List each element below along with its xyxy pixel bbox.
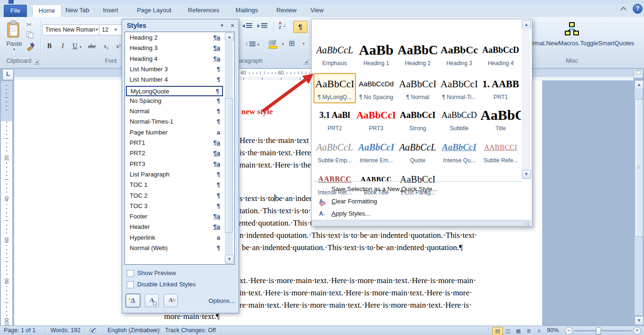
view-button-web-layout[interactable]: ▦ <box>513 327 524 335</box>
gallery-item-prt2[interactable]: 3.1 AaBlPRT2 <box>314 105 355 134</box>
gallery-item-emphasis[interactable]: AaBbCcLEmphasis <box>314 40 355 68</box>
gallery-item-normal-ti[interactable]: AaBbCcI¶ Normal-Ti... <box>439 74 479 102</box>
new-style-button[interactable]: A✦ <box>126 294 140 307</box>
gallery-item-subtle-refe[interactable]: AABBCCISubtle Refe... <box>480 137 521 166</box>
paste-button[interactable]: Paste ▾ <box>3 20 25 57</box>
zoom-out-button[interactable]: − <box>565 327 573 335</box>
clipboard-dialog-launcher[interactable] <box>34 59 39 65</box>
styles-pane-close-button[interactable]: × <box>229 22 236 29</box>
zoom-slider-track[interactable] <box>574 330 632 331</box>
zoom-level[interactable]: 90% <box>547 326 559 335</box>
styles-pane-item-header[interactable]: Header¶a <box>126 222 223 233</box>
tab-references[interactable]: References <box>182 4 225 17</box>
styles-pane-item-hyperlink[interactable]: Hyperlinka <box>126 233 223 243</box>
font-size-combo[interactable]: 12▼ <box>99 25 125 35</box>
gallery-item-heading-4[interactable]: AaBbCcDHeading 4 <box>480 40 521 68</box>
decrease-indent-button[interactable] <box>242 23 255 34</box>
italic-button[interactable]: I <box>58 42 68 51</box>
tab-mailings[interactable]: Mailings <box>230 4 264 17</box>
borders-button[interactable]: ⊞▾ <box>289 39 305 50</box>
gallery-scrollbar-track[interactable] <box>522 28 530 170</box>
styles-pane-item-normal-web[interactable]: Normal (Web)¶ <box>126 243 223 254</box>
scroll-down-button[interactable]: ▼ <box>635 316 644 325</box>
styles-pane-item-prt1[interactable]: PRT1¶a <box>126 138 223 149</box>
gallery-item-prt1[interactable]: 1. AABBPRT1 <box>480 74 521 102</box>
paragraph-dialog-launcher[interactable] <box>303 59 308 65</box>
subscript-button[interactable]: x₂ <box>101 42 111 51</box>
styles-pane-item-prt3[interactable]: PRT3¶a <box>126 159 223 170</box>
styles-pane-item-heading-2[interactable]: Heading 2¶a <box>126 33 223 43</box>
gallery-item-intense-qu[interactable]: AaBbCcIIntense Qu... <box>439 137 479 166</box>
gallery-scroll-down-button[interactable]: ▼ <box>522 170 531 179</box>
chevron-down-icon[interactable]: ▾ <box>282 42 284 46</box>
gallery-item-title[interactable]: AaBbCTitle <box>480 105 521 134</box>
collapse-ribbon-button[interactable] <box>621 6 629 12</box>
gallery-item-intense-em[interactable]: AaBbCcIIntense Em... <box>356 137 396 166</box>
show-formatting-marks-button[interactable]: ¶ <box>293 21 307 33</box>
styles-pane-item-footer[interactable]: Footer¶a <box>126 212 223 222</box>
styles-pane-item-prt2[interactable]: PRT2¶a <box>126 149 223 159</box>
strikethrough-button[interactable]: abc <box>85 42 99 51</box>
shading-button[interactable]: ▾ <box>268 40 284 51</box>
language-indicator[interactable]: English (Zimbabwe) <box>107 326 159 335</box>
zoom-slider-thumb[interactable] <box>596 327 601 335</box>
gallery-item-strong[interactable]: AaBbCcIStrong <box>397 105 438 134</box>
gallery-item-normal[interactable]: AaBbCcI¶ Normal <box>397 74 438 102</box>
tab-home[interactable]: Home <box>32 4 62 17</box>
styles-pane-item-list-paragraph[interactable]: List Paragraph¶ <box>126 170 223 180</box>
styles-pane-item-heading-4[interactable]: Heading 4¶a <box>126 54 223 65</box>
gallery-resize-strip[interactable] <box>312 220 531 226</box>
styles-options-link[interactable]: Options... <box>208 297 235 304</box>
track-changes-indicator[interactable]: Track Changes: Off <box>165 326 216 335</box>
styles-pane-item-toc-3[interactable]: TOC 3¶ <box>126 201 223 212</box>
gallery-item-heading-2[interactable]: AaBbCHeading 2 <box>397 40 438 68</box>
tab-insert[interactable]: Insert <box>97 4 124 17</box>
gallery-item-subtle-emp[interactable]: AaBbCcLSubtle Emp... <box>314 137 355 166</box>
bold-button[interactable]: B <box>44 42 55 51</box>
underline-dropdown-arrow[interactable]: ▾ <box>78 42 83 52</box>
show-preview-checkbox[interactable] <box>127 270 134 277</box>
chevron-down-icon[interactable]: ▼ <box>95 25 99 34</box>
menu-item-save-selection-as-a-new-quick-style[interactable]: Save Selection as a New Quick Style... <box>313 183 522 195</box>
proofing-status-button[interactable] <box>89 326 99 335</box>
styles-pane-item-list-number-4[interactable]: List Number 4¶ <box>126 75 223 85</box>
styles-pane-item-page-number[interactable]: Page Numbera <box>126 128 223 138</box>
gallery-item-subtitle[interactable]: AaBbCcDSubtitle <box>439 105 479 134</box>
view-button-print-layout[interactable]: ▤ <box>492 327 503 335</box>
vertical-ruler[interactable]: 20406080100 <box>1 81 12 326</box>
menu-item-apply-styles[interactable]: A↓Apply Styles... <box>313 208 522 220</box>
sort-button[interactable]: A Z ↓ <box>278 21 290 32</box>
gallery-item-no-spacing[interactable]: AaBbCcDd¶ No Spacing <box>356 74 396 102</box>
menu-item-clear-formatting[interactable]: AClear Formatting <box>313 195 522 208</box>
gallery-item-prt3[interactable]: AaBbCcIPRT3 <box>356 105 396 134</box>
help-button[interactable]: ? <box>633 4 643 14</box>
styles-pane-item-no-spacing[interactable]: No Spacing¶ <box>126 96 223 107</box>
gallery-item-quote[interactable]: AaBbCcLQuote <box>397 137 438 166</box>
page-indicator[interactable]: Page: 1 of 1 <box>4 326 35 335</box>
tab-review[interactable]: Review <box>270 4 303 17</box>
paste-dropdown-arrow[interactable]: ▾ <box>3 47 25 51</box>
vertical-scrollbar-thumb[interactable] <box>635 99 644 237</box>
styles-scrollbar-thumb[interactable] <box>225 98 233 233</box>
tab-file[interactable]: File <box>4 5 27 17</box>
tab-view[interactable]: View <box>304 4 330 17</box>
tab-selector-button[interactable]: L <box>2 69 14 80</box>
styles-pane-item-list-number-3[interactable]: List Number 3¶ <box>126 65 223 75</box>
tab-new-tab[interactable]: New Tab <box>59 4 95 17</box>
chevron-down-icon[interactable]: ▾ <box>303 42 305 46</box>
scroll-up-button[interactable]: ▲ <box>635 80 644 89</box>
styles-pane-menu-button[interactable]: ▼ <box>218 23 226 30</box>
cut-button[interactable]: ✂ <box>26 21 36 29</box>
gallery-item-heading-1[interactable]: AaBbHeading 1 <box>356 40 396 68</box>
disable-linked-styles-checkbox[interactable] <box>127 281 134 288</box>
word-count[interactable]: Words: 192 <box>50 326 81 335</box>
increase-indent-button[interactable] <box>257 23 270 34</box>
copy-button[interactable] <box>26 31 36 40</box>
chevron-down-icon[interactable]: ▾ <box>257 42 259 47</box>
manage-styles-button[interactable]: A✎ <box>164 294 178 307</box>
styles-pane-item-toc-1[interactable]: TOC 1¶ <box>126 180 223 191</box>
styles-pane-item-mylongquote[interactable]: MyLongQuote¶ <box>126 86 223 96</box>
ruler-toggle-button[interactable] <box>634 69 643 78</box>
zoom-in-button[interactable]: + <box>633 327 641 335</box>
styles-pane-item-normal-times-1[interactable]: Normal-Times-1¶ <box>126 117 223 127</box>
